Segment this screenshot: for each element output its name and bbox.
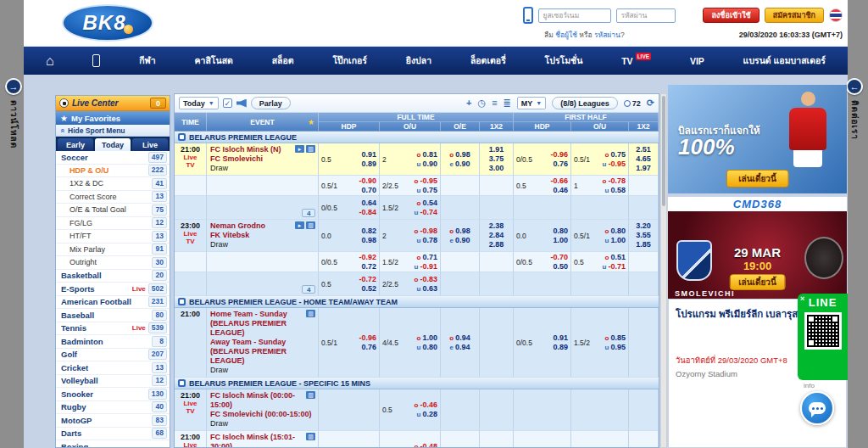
nav-item-live-casino[interactable]: คาสิโนสด bbox=[195, 53, 233, 68]
odds-value[interactable]: 2.51 bbox=[636, 145, 651, 154]
odds-value[interactable]: 0.90 bbox=[455, 160, 470, 169]
events-count[interactable]: 72 bbox=[624, 99, 641, 108]
expand-arrow-icon[interactable]: ← bbox=[846, 78, 863, 95]
team-name[interactable]: Away Team - Sunday (BELARUS PREMIER LEAG… bbox=[210, 338, 314, 366]
odds-value[interactable]: 1.85 bbox=[636, 240, 651, 249]
odds-value[interactable]: 0.94 bbox=[455, 343, 470, 352]
more-bets-badge[interactable]: 4 bbox=[302, 285, 315, 294]
stats-icon[interactable]: ▥ bbox=[306, 221, 315, 229]
sidebar-item-soccer[interactable]: Soccer497 bbox=[56, 151, 170, 165]
match-banner-cmd368[interactable]: CMD368 29 MAR 19:00 GMT+8 เล่นเดี๋ยวนี้ … bbox=[668, 197, 847, 299]
live-center-count[interactable]: 0 bbox=[150, 98, 166, 109]
odds-type-select[interactable]: MY▼ bbox=[517, 97, 546, 109]
sidebar-item-hdp-o-u[interactable]: HDP & O/U222 bbox=[56, 165, 170, 178]
hide-sport-menu-bar[interactable]: « Hide Sport Menu bbox=[56, 125, 170, 137]
sidebar-item-basketball[interactable]: Basketball20 bbox=[56, 270, 170, 283]
nav-item-slots[interactable]: สล็อต bbox=[272, 53, 294, 68]
odds-value[interactable]: 0.90 bbox=[422, 160, 437, 169]
leagues-filter-button[interactable]: (8/8) Leagues bbox=[552, 97, 618, 109]
contact-side-tab[interactable]: ← ติดต่อเรา bbox=[845, 78, 864, 140]
team-name[interactable]: FC Smolevichi bbox=[210, 154, 314, 164]
sidebar-item-volleyball[interactable]: Volleyball12 bbox=[56, 375, 170, 389]
odds-value[interactable]: 1.00 bbox=[422, 333, 437, 343]
team-name[interactable]: Home Team - Sunday (BELARUS PREMIER LEAG… bbox=[210, 310, 314, 338]
odds-value[interactable]: 3.00 bbox=[489, 164, 504, 173]
register-button[interactable]: สมัครสมาชิก bbox=[765, 8, 824, 23]
main-scrollbar[interactable] bbox=[660, 93, 667, 448]
odds-value[interactable]: 2.38 bbox=[489, 221, 504, 231]
odds-value[interactable]: 0.89 bbox=[553, 343, 568, 352]
clock-icon[interactable]: ◷ bbox=[478, 98, 487, 108]
odds-value[interactable]: -0.70 bbox=[550, 253, 568, 262]
nav-item-tv[interactable]: TVLIVE bbox=[621, 56, 651, 66]
password-input[interactable] bbox=[616, 8, 676, 23]
thai-flag-icon[interactable] bbox=[829, 8, 843, 22]
play-now-button[interactable]: เล่นเดี๋ยวนี้ bbox=[726, 170, 789, 188]
forgot-credentials-link[interactable]: ลืม ชื่อผู้ใช้ หรือ รหัสผ่าน? bbox=[544, 29, 625, 41]
my-favorites-bar[interactable]: ★ My Favorites bbox=[56, 111, 170, 125]
nav-item-promotions[interactable]: โปรโมชั่น bbox=[545, 53, 583, 68]
draw-label[interactable]: Draw bbox=[210, 240, 314, 249]
odds-value[interactable]: -0.46 bbox=[420, 400, 437, 410]
scrollbar-thumb[interactable] bbox=[662, 96, 665, 206]
odds-value[interactable]: 0.91 bbox=[553, 333, 568, 343]
live-tv-label[interactable]: Live TV bbox=[181, 230, 201, 245]
draw-label[interactable]: Draw bbox=[210, 366, 314, 375]
stats-icon[interactable]: ▥ bbox=[306, 391, 315, 399]
odds-value[interactable]: -0.78 bbox=[608, 176, 626, 186]
sidebar-item-badminton[interactable]: Badminton8 bbox=[56, 335, 170, 349]
odds-value[interactable]: 0.82 bbox=[361, 227, 376, 236]
sidebar-item-snooker[interactable]: Snooker130 bbox=[56, 388, 170, 401]
nav-item-sports[interactable]: กีฬา bbox=[139, 53, 155, 68]
odds-value[interactable]: 0.80 bbox=[422, 343, 437, 352]
nav-item-ambassador[interactable]: แบรนด์ แอมบาสเดอร์ bbox=[743, 53, 826, 68]
odds-value[interactable]: 0.75 bbox=[610, 150, 626, 160]
list-view-icon[interactable]: ≣ bbox=[504, 98, 511, 108]
tab-today[interactable]: Today bbox=[95, 138, 131, 151]
odds-value[interactable]: 1.97 bbox=[636, 164, 651, 173]
odds-value[interactable]: 0.51 bbox=[610, 253, 626, 262]
draw-label[interactable]: Draw bbox=[210, 419, 314, 428]
live-tv-label[interactable]: Live TV bbox=[181, 400, 201, 415]
odds-value[interactable]: 0.91 bbox=[361, 150, 376, 160]
sidebar-item-correct-score[interactable]: Correct Score13 bbox=[56, 191, 170, 204]
odds-value[interactable]: 1.00 bbox=[553, 236, 568, 245]
team-name[interactable]: FC Isloch Minsk (00:00-15:00) bbox=[210, 391, 314, 410]
odds-value[interactable]: 3.20 bbox=[636, 221, 651, 231]
odds-value[interactable]: -0.96 bbox=[359, 333, 376, 343]
odds-value[interactable]: 0.89 bbox=[361, 160, 376, 169]
sidebar-item-e-sports[interactable]: E-SportsLive502 bbox=[56, 283, 170, 296]
sidebar-item-motogp[interactable]: MotoGP83 bbox=[56, 414, 170, 428]
chat-button[interactable] bbox=[800, 391, 834, 425]
sidebar-item-outright[interactable]: Outright30 bbox=[56, 256, 170, 270]
sidebar-item-1x2-dc[interactable]: 1X2 & DC41 bbox=[56, 177, 170, 191]
stats-icon[interactable]: ▥ bbox=[306, 145, 315, 153]
sidebar-item-fg-lg[interactable]: FG/LG12 bbox=[56, 217, 170, 231]
stats-icon[interactable]: ▥ bbox=[306, 310, 315, 317]
odds-value[interactable]: -0.92 bbox=[359, 253, 376, 262]
odds-value[interactable]: 0.52 bbox=[361, 284, 376, 294]
nav-item-lottery[interactable]: ล็อตเตอรี่ bbox=[470, 53, 506, 68]
odds-value[interactable]: -0.96 bbox=[550, 150, 568, 160]
odds-value[interactable]: 0.70 bbox=[361, 186, 376, 195]
speaker-icon[interactable] bbox=[236, 99, 247, 108]
nav-item-vip[interactable]: VIP bbox=[690, 56, 704, 66]
odds-value[interactable]: 0.98 bbox=[455, 150, 470, 160]
nav-item-fishing[interactable]: ยิงปลา bbox=[406, 53, 431, 68]
day-select[interactable]: Today▼ bbox=[179, 97, 219, 109]
sidebar-item-tennis[interactable]: TennisLive539 bbox=[56, 322, 170, 336]
odds-value[interactable]: 1.00 bbox=[610, 236, 626, 245]
bk8-logo[interactable]: BK8 bbox=[62, 4, 153, 42]
odds-value[interactable]: 0.80 bbox=[610, 227, 626, 236]
odds-value[interactable]: 0.76 bbox=[553, 160, 568, 169]
live-center-bar[interactable]: Live Center 0 bbox=[56, 96, 170, 111]
sidebar-item-darts[interactable]: Darts68 bbox=[56, 428, 170, 441]
odds-value[interactable]: 0.95 bbox=[610, 343, 626, 352]
nav-item-mobile[interactable] bbox=[92, 54, 100, 67]
odds-value[interactable]: 2.88 bbox=[489, 240, 504, 249]
odds-value[interactable]: 0.54 bbox=[422, 199, 437, 208]
sidebar-item-rugby[interactable]: Rugby40 bbox=[56, 401, 170, 415]
odds-value[interactable]: 0.78 bbox=[422, 236, 437, 245]
odds-value[interactable]: 0.80 bbox=[553, 227, 568, 236]
team-name[interactable]: FC Smolevichi (00:00-15:00) bbox=[210, 410, 314, 419]
